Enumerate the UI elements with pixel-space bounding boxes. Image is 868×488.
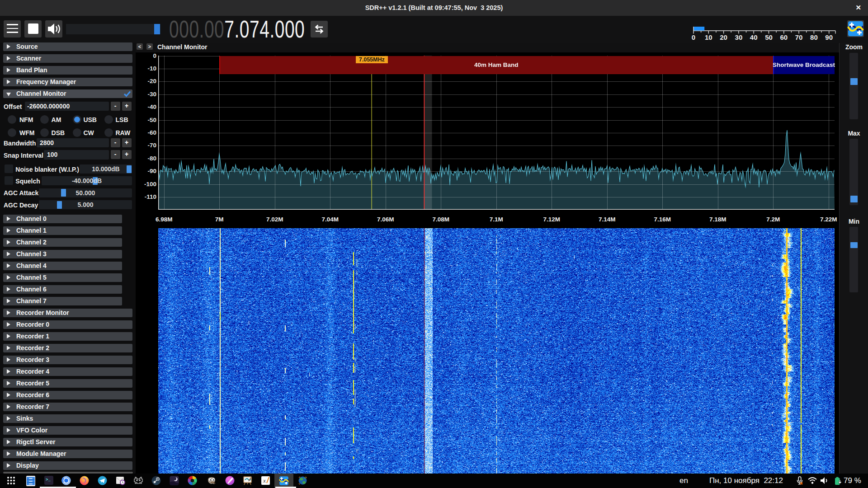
svg-text:30: 30: [735, 33, 743, 41]
svg-text:70: 70: [795, 33, 803, 41]
svg-text:0: 0: [692, 33, 695, 41]
svg-text:60: 60: [780, 33, 788, 41]
svg-text:40: 40: [750, 33, 758, 41]
svg-text:10: 10: [705, 33, 712, 41]
svg-text:20: 20: [720, 33, 727, 41]
svg-text:90: 90: [825, 33, 833, 41]
svg-text:50: 50: [765, 33, 773, 41]
svg-text:80: 80: [810, 33, 818, 41]
svg-text:x: x: [263, 477, 266, 484]
